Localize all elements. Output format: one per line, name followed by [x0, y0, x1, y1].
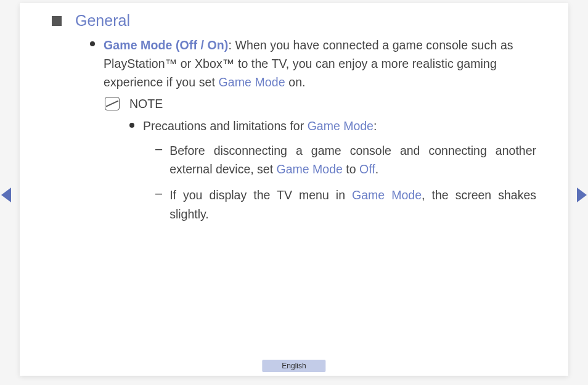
round-bullet-icon	[129, 123, 134, 128]
section-title: General	[75, 12, 130, 30]
precaution-row: Precautions and limitations for Game Mod…	[129, 117, 536, 135]
language-badge: English	[262, 360, 325, 372]
section-header: General	[52, 12, 536, 30]
dash-icon: –	[155, 142, 162, 156]
dash-icon: –	[155, 186, 162, 201]
dash1-part3: .	[375, 162, 378, 176]
precaution-part2: :	[374, 119, 377, 133]
document-page: General Game Mode (Off / On): When you h…	[20, 3, 568, 376]
item-label: Game Mode (Off / On)	[104, 38, 228, 52]
nav-prev-arrow[interactable]	[1, 188, 11, 202]
dash-row-2: – If you display the TV menu in Game Mod…	[155, 186, 536, 223]
round-bullet-icon	[90, 41, 95, 46]
dash2-hl1: Game Mode	[352, 188, 422, 202]
dash1-part2: to	[343, 162, 359, 176]
dash-text-1: Before disconnecting a game console and …	[169, 141, 536, 178]
note-icon	[105, 97, 120, 110]
dash1-hl2: Off	[359, 162, 375, 176]
dash1-hl1: Game Mode	[277, 162, 343, 176]
item-desc-part2: on.	[285, 75, 306, 89]
note-row: NOTE	[105, 97, 536, 111]
precaution-text: Precautions and limitations for Game Mod…	[143, 117, 377, 135]
precaution-part1: Precautions and limitations for	[143, 119, 308, 133]
item-desc-highlight: Game Mode	[218, 75, 285, 89]
dash2-part1: If you display the TV menu in	[169, 188, 352, 202]
note-label: NOTE	[129, 97, 163, 111]
nav-next-arrow[interactable]	[577, 188, 587, 202]
item-row: Game Mode (Off / On): When you have conn…	[90, 36, 536, 92]
square-bullet-icon	[52, 16, 62, 26]
precaution-highlight: Game Mode	[308, 119, 374, 133]
dash-row-1: – Before disconnecting a game console an…	[155, 141, 536, 178]
item-text: Game Mode (Off / On): When you have conn…	[104, 36, 536, 92]
content-area: General Game Mode (Off / On): When you h…	[20, 3, 568, 223]
dash-text-2: If you display the TV menu in Game Mode,…	[169, 186, 536, 223]
